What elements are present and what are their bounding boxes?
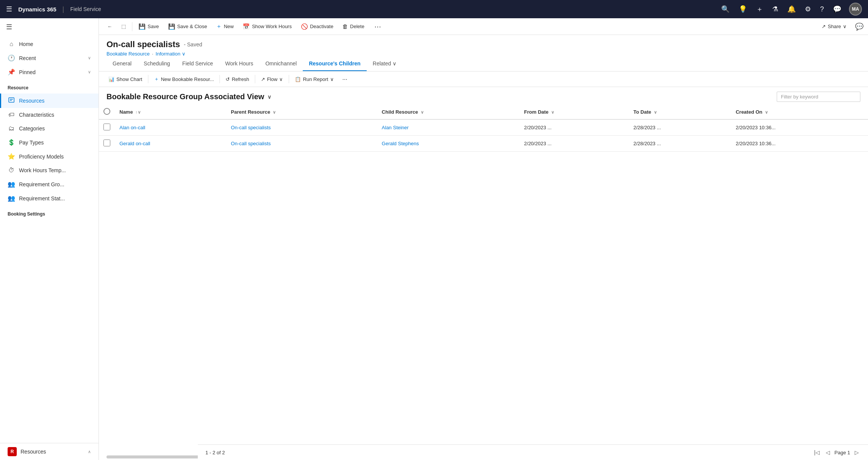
save-button[interactable]: 💾 Save: [135, 21, 163, 32]
row2-child-resource: Gerald Stephens: [377, 136, 520, 152]
hamburger-icon[interactable]: ☰: [6, 5, 12, 13]
col-from-date[interactable]: From Date ∨: [520, 105, 629, 119]
row2-checkbox-cell: [99, 136, 115, 152]
page-nav: |◁ ◁ Page 1 ▷: [812, 448, 860, 457]
plus-icon[interactable]: ＋: [755, 3, 765, 15]
filter-input[interactable]: [777, 92, 860, 102]
col-child-resource[interactable]: Child Resource ∨: [377, 105, 520, 119]
sidebar-item-work-hours-temp[interactable]: ⏱ Work Hours Temp...: [0, 163, 99, 177]
next-page-button[interactable]: ▷: [853, 448, 860, 457]
sidebar-bottom: R Resources ∧: [0, 443, 99, 460]
row1-checkbox[interactable]: [103, 124, 110, 130]
first-page-button[interactable]: |◁: [812, 448, 821, 457]
tab-work-hours[interactable]: Work Hours: [219, 57, 259, 71]
run-report-button[interactable]: 📋 Run Report ∨: [291, 75, 337, 84]
sidebar-item-home[interactable]: ⌂ Home: [0, 37, 99, 51]
row2-parent-link[interactable]: On-call specialists: [231, 141, 271, 146]
col-to-date[interactable]: To Date ∨: [629, 105, 731, 119]
col-name-sort: ↑∨: [135, 110, 141, 114]
save-close-button[interactable]: 💾 Save & Close: [164, 21, 211, 32]
deactivate-button[interactable]: 🚫 Deactivate: [297, 21, 337, 32]
col-name[interactable]: Name ↑∨: [115, 105, 226, 119]
refresh-button[interactable]: ↺ Refresh: [222, 75, 253, 84]
prev-page-button[interactable]: ◁: [824, 448, 831, 457]
back-button[interactable]: ←: [103, 21, 116, 32]
share-button[interactable]: ↗ Share ∨: [818, 21, 851, 32]
col-parent-resource[interactable]: Parent Resource ∨: [226, 105, 377, 119]
show-chart-button[interactable]: 📊 Show Chart: [105, 75, 146, 84]
row1-parent-link[interactable]: On-call specialists: [231, 125, 271, 130]
new-bookable-resour-button[interactable]: ＋ New Bookable Resour...: [151, 74, 217, 84]
search-icon[interactable]: 🔍: [720, 3, 731, 15]
sidebar-toggle[interactable]: ☰: [0, 18, 99, 36]
sidebar-item-recent[interactable]: 🕐 Recent ∨: [0, 51, 99, 65]
row1-child-link[interactable]: Alan Steiner: [382, 125, 409, 130]
settings-icon[interactable]: ⚙: [803, 3, 812, 15]
main-inner: 📊 Show Chart ＋ New Bookable Resour... ↺ …: [99, 71, 868, 460]
avatar[interactable]: MA: [849, 3, 862, 16]
related-label: Related: [373, 60, 391, 67]
sidebar-bottom-resources[interactable]: R Resources ∧: [0, 443, 99, 460]
pinned-chevron: ∨: [88, 70, 91, 75]
recent-icon: 🕐: [8, 54, 15, 62]
table-row: Alan on-call On-call specialists Alan St…: [99, 119, 868, 136]
header-checkbox[interactable]: [103, 108, 110, 115]
sidebar-item-requirement-stat[interactable]: 👥 Requirement Stat...: [0, 191, 99, 205]
row1-name-link[interactable]: Alan on-call: [119, 125, 145, 130]
sidebar-item-pay-types[interactable]: 💲 Pay Types: [0, 135, 99, 149]
sidebar-item-pinned[interactable]: 📌 Pinned ∨: [0, 65, 99, 79]
tab-omnichannel[interactable]: Omnichannel: [259, 57, 303, 71]
sidebar-item-work-hours-temp-label: Work Hours Temp...: [19, 167, 66, 173]
sub-more-button[interactable]: ⋯: [339, 75, 351, 84]
sidebar-item-categories[interactable]: 🗂 Categories: [0, 122, 99, 135]
sub-cmd-sep-2: [219, 75, 220, 83]
new-bookable-label: New Bookable Resour...: [161, 76, 214, 82]
tab-resources-children[interactable]: Resource's Children: [303, 57, 367, 71]
bell-icon[interactable]: 🔔: [786, 3, 797, 15]
tab-related[interactable]: Related ∨: [367, 57, 402, 71]
col-from-date-label: From Date: [524, 109, 548, 115]
sidebar-item-characteristics[interactable]: 🏷 Characteristics: [0, 108, 99, 122]
sidebar-item-pay-types-label: Pay Types: [19, 140, 44, 146]
breadcrumb-current[interactable]: Information ∨: [156, 51, 186, 57]
new-button[interactable]: ＋ New: [212, 21, 237, 32]
delete-button[interactable]: 🗑 Delete: [339, 21, 368, 32]
open-button[interactable]: ⬚: [118, 21, 130, 32]
flow-button[interactable]: ↗ Flow ∨: [258, 75, 286, 84]
sidebar-item-proficiency-models[interactable]: ⭐ Proficiency Models: [0, 149, 99, 163]
share-chevron: ∨: [843, 24, 847, 29]
row2-checkbox[interactable]: [103, 140, 110, 146]
tab-scheduling[interactable]: Scheduling: [138, 57, 176, 71]
save-icon: 💾: [138, 23, 146, 30]
col-created-on-sort: ∨: [765, 110, 768, 114]
save-close-label: Save & Close: [177, 24, 207, 29]
sidebar-item-resources[interactable]: Resources: [0, 94, 99, 108]
sidebar-item-requirement-gro[interactable]: 👥 Requirement Gro...: [0, 177, 99, 191]
col-created-on[interactable]: Created On ∨: [731, 105, 868, 119]
view-title-area: Bookable Resource Group Associated View …: [99, 87, 868, 105]
app-body: ☰ ⌂ Home 🕐 Recent ∨ 📌 Pinned ∨ Resource: [0, 18, 868, 460]
categories-icon: 🗂: [8, 125, 15, 132]
lightbulb-icon[interactable]: 💡: [737, 3, 749, 15]
row2-child-link[interactable]: Gerald Stephens: [382, 141, 419, 146]
requirement-stat-icon: 👥: [8, 195, 15, 202]
row2-name-link[interactable]: Gerald on-call: [119, 141, 150, 146]
filter-icon[interactable]: ⚗: [771, 3, 780, 15]
open-icon: ⬚: [121, 24, 126, 29]
more-button[interactable]: ⋯: [371, 21, 384, 32]
page-info: 1 - 2 of 2: [205, 450, 225, 455]
save-close-icon: 💾: [168, 23, 175, 30]
question-icon[interactable]: ?: [819, 4, 825, 15]
breadcrumb[interactable]: Bookable Resource · Information ∨: [107, 51, 860, 57]
back-icon: ←: [107, 24, 112, 29]
row2-parent-resource: On-call specialists: [226, 136, 377, 152]
page-label: Page 1: [835, 450, 850, 455]
bottom-badge: R: [8, 447, 17, 456]
chat-icon[interactable]: 💬: [831, 3, 843, 15]
tab-general[interactable]: General: [107, 57, 138, 71]
view-title-chevron[interactable]: ∨: [267, 94, 271, 100]
chat-panel-icon[interactable]: 💬: [855, 22, 863, 31]
show-work-hours-button[interactable]: 📅 Show Work Hours: [239, 21, 296, 32]
brand: ☰ Dynamics 365 | Field Service: [6, 5, 101, 13]
tab-field-service[interactable]: Field Service: [176, 57, 219, 71]
